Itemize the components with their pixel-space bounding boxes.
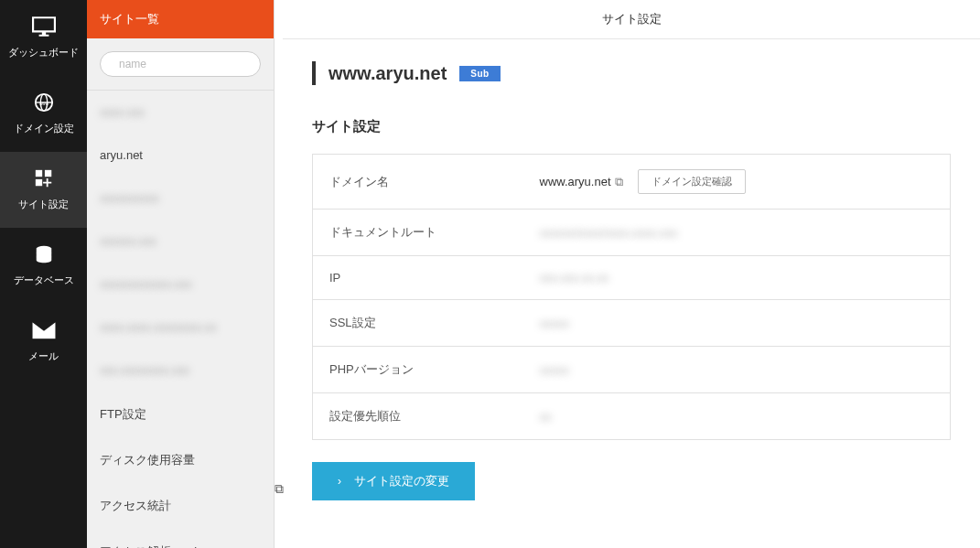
- list-item[interactable]: アクセス統計: [87, 483, 274, 529]
- table-row-php: PHPバージョン xxxxx: [313, 347, 951, 393]
- list-item[interactable]: xxxx.xxxx.xxxxxxxx.xx: [87, 306, 274, 349]
- ip-value: xxx.xxx.xx.xx: [540, 271, 609, 285]
- docroot-value: xxxxxx/xxxx/xxxx.xxxx.xxx: [540, 226, 678, 240]
- svg-rect-5: [44, 170, 50, 177]
- list-item[interactable]: aryu.net: [87, 134, 274, 177]
- row-label: SSL設定: [313, 300, 523, 347]
- table-row-ssl: SSL設定 xxxxx: [313, 300, 951, 347]
- nav-label: サイト設定: [18, 198, 69, 211]
- list-item[interactable]: xxxxxxxxxxxx.xxx: [87, 263, 274, 306]
- table-row-ip: IP xxx.xxx.xx.xx: [313, 256, 951, 300]
- nav-site[interactable]: サイト設定: [0, 152, 87, 228]
- list-item[interactable]: ディスク使用容量: [87, 437, 274, 483]
- site-list-sidebar: サイト一覧 xxxx.xxx aryu.net xxxxxxxxxx xxxxx…: [87, 0, 275, 548]
- main-content: サイト設定 www.aryu.net Sub サイト設定 ドメイン名 www.a…: [283, 0, 980, 548]
- mail-icon: [32, 320, 56, 342]
- list-item[interactable]: xxxxxx.xxx: [87, 220, 274, 263]
- table-row-docroot: ドキュメントルート xxxxxx/xxxx/xxxx.xxxx.xxx: [313, 210, 951, 256]
- change-settings-button[interactable]: › サイト設定の変更: [312, 462, 475, 500]
- settings-table: ドメイン名 www.aryu.net⧉ ドメイン設定確認 ドキュメントルート x…: [312, 154, 951, 440]
- search-input[interactable]: [119, 58, 256, 70]
- svg-rect-4: [35, 170, 41, 177]
- list-item[interactable]: xxx.xxxxxxxx.xxx: [87, 349, 274, 392]
- section-heading: サイト設定: [312, 118, 951, 135]
- list-item[interactable]: xxxx.xxx: [87, 91, 274, 134]
- domain-confirm-button[interactable]: ドメイン設定確認: [638, 169, 746, 194]
- row-label: IP: [313, 256, 523, 300]
- title-bar-icon: [312, 61, 316, 85]
- table-row-domain: ドメイン名 www.aryu.net⧉ ドメイン設定確認: [313, 155, 951, 210]
- nav-label: データベース: [14, 274, 74, 287]
- php-value: xxxxx: [540, 363, 570, 377]
- row-label: PHPバージョン: [313, 347, 523, 393]
- list-item[interactable]: アクセス解析 analog: [87, 529, 274, 548]
- sidebar-title: サイト一覧: [87, 0, 274, 38]
- page-title: www.aryu.net: [328, 63, 447, 84]
- grid-plus-icon: [32, 168, 56, 190]
- domain-value: www.aryu.net⧉: [540, 175, 623, 189]
- external-link-icon[interactable]: ⧉: [615, 175, 623, 189]
- list-item[interactable]: xxxxxxxxxx: [87, 177, 274, 220]
- main-nav: ダッシュボード www ドメイン設定 サイト設定 データベース メール: [0, 0, 87, 548]
- nav-database[interactable]: データベース: [0, 228, 87, 304]
- globe-icon: www: [32, 92, 56, 114]
- chevron-right-icon: ›: [338, 475, 341, 488]
- nav-label: ドメイン設定: [14, 122, 74, 135]
- main-top-title: サイト設定: [283, 0, 980, 39]
- resize-handle[interactable]: ⧉: [275, 0, 283, 548]
- site-list[interactable]: xxxx.xxx aryu.net xxxxxxxxxx xxxxxx.xxx …: [87, 90, 274, 548]
- button-label: サイト設定の変更: [354, 473, 449, 489]
- nav-dashboard[interactable]: ダッシュボード: [0, 0, 87, 76]
- nav-mail[interactable]: メール: [0, 304, 87, 380]
- ssl-value: xxxxx: [540, 317, 570, 330]
- sub-badge: Sub: [459, 66, 500, 81]
- search-box[interactable]: [100, 51, 261, 77]
- svg-rect-6: [35, 179, 41, 186]
- row-label: 設定優先順位: [313, 393, 523, 440]
- nav-label: ダッシュボード: [8, 46, 79, 59]
- monitor-icon: [32, 16, 56, 38]
- table-row-priority: 設定優先順位 xx: [313, 393, 951, 440]
- row-label: ドキュメントルート: [313, 210, 523, 256]
- search-wrap: [87, 38, 274, 90]
- database-icon: [32, 244, 56, 266]
- row-label: ドメイン名: [313, 155, 523, 210]
- priority-value: xx: [540, 410, 552, 424]
- page-title-row: www.aryu.net Sub: [312, 61, 951, 85]
- svg-text:www: www: [39, 102, 49, 106]
- nav-domain[interactable]: www ドメイン設定: [0, 76, 87, 152]
- nav-label: メール: [28, 349, 59, 363]
- list-item[interactable]: FTP設定: [87, 392, 274, 437]
